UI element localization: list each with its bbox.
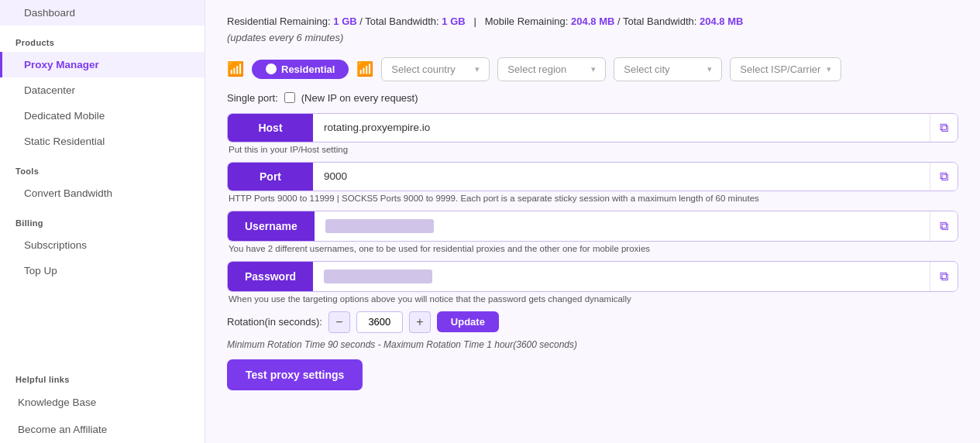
port-row: Port 9000 ⧉	[227, 162, 958, 191]
chevron-down-icon: ▾	[591, 64, 596, 74]
username-block: Username ⧉ You have 2 different username…	[227, 211, 958, 253]
password-label: Password	[228, 262, 313, 291]
signal-icon: 📶	[356, 60, 373, 77]
test-proxy-settings-button[interactable]: Test proxy settings	[227, 359, 363, 390]
single-port-label: Single port:	[227, 92, 278, 104]
main-content: Residential Remaining: 1 GB / Total Band…	[205, 0, 980, 443]
select-city-placeholder: Select city	[624, 64, 669, 75]
password-copy-button[interactable]: ⧉	[930, 262, 958, 291]
rotation-increment-button[interactable]: +	[409, 311, 431, 333]
sidebar-item-proxy-manager[interactable]: Proxy Manager	[0, 52, 205, 77]
residential-remaining-value: 1 GB	[333, 15, 356, 27]
tools-section-label: Tools	[0, 154, 205, 180]
toggle-label: Residential	[281, 64, 335, 75]
billing-section-label: Billing	[0, 206, 205, 232]
password-value	[313, 262, 930, 291]
port-hint: HTTP Ports 9000 to 11999 | SOCKS5 Ports …	[227, 194, 958, 203]
password-blurred	[324, 270, 432, 283]
select-country-placeholder: Select country	[391, 64, 455, 75]
total-bandwidth-value: 1 GB	[442, 15, 465, 27]
wifi-icon: 📶	[227, 60, 244, 77]
update-note: (updates every 6 minutes)	[227, 32, 343, 43]
mobile-remaining-value: 204.8 MB	[571, 15, 614, 27]
username-value	[315, 211, 930, 241]
host-hint: Put this in your IP/Host setting	[227, 145, 958, 154]
select-isp-dropdown[interactable]: Select ISP/Carrier ▾	[730, 57, 841, 81]
rotation-update-button[interactable]: Update	[437, 311, 499, 332]
sidebar-item-become-affiliate[interactable]: Become an Affiliate	[0, 416, 205, 443]
chevron-down-icon: ▾	[827, 64, 831, 74]
sidebar: Dashboard Products Proxy Manager Datacen…	[0, 0, 205, 443]
sidebar-item-static-residential[interactable]: Static Residential	[0, 129, 205, 154]
filter-row: 📶 Residential 📶 Select country ▾ Select …	[227, 57, 958, 81]
host-row: Host rotating.proxyempire.io ⧉	[227, 113, 958, 143]
mobile-remaining-label: Mobile Remaining:	[485, 15, 569, 27]
port-copy-button[interactable]: ⧉	[930, 163, 958, 191]
username-label: Username	[228, 211, 315, 241]
host-block: Host rotating.proxyempire.io ⧉ Put this …	[227, 113, 958, 154]
password-hint: When you use the targeting options above…	[227, 294, 958, 304]
port-value: 9000	[313, 163, 930, 191]
mobile-total-label: / Total Bandwidth:	[617, 15, 696, 27]
helpful-links-section-label: Helpful links	[0, 362, 205, 389]
rotation-label: Rotation(in seconds):	[227, 316, 322, 328]
password-block: Password ⧉ When you use the targeting op…	[227, 261, 958, 304]
chevron-down-icon: ▾	[707, 64, 712, 74]
sidebar-item-top-up[interactable]: Top Up	[0, 258, 205, 283]
products-section-label: Products	[0, 26, 205, 52]
mobile-total-value: 204.8 MB	[700, 15, 743, 27]
select-region-placeholder: Select region	[507, 64, 566, 75]
username-row: Username ⧉	[227, 211, 958, 242]
chevron-down-icon: ▾	[475, 64, 480, 74]
sidebar-item-dashboard[interactable]: Dashboard	[0, 0, 205, 26]
rotation-decrement-button[interactable]: −	[328, 311, 350, 333]
residential-toggle[interactable]: Residential	[252, 60, 349, 79]
password-row: Password ⧉	[227, 261, 958, 292]
username-blurred	[325, 219, 434, 233]
sidebar-item-datacenter[interactable]: Datacenter	[0, 77, 205, 103]
port-label: Port	[228, 163, 313, 191]
toggle-dot	[266, 64, 277, 74]
rotation-hint: Minimum Rotation Time 90 seconds - Maxim…	[227, 339, 958, 350]
sidebar-item-subscriptions[interactable]: Subscriptions	[0, 232, 205, 258]
username-copy-button[interactable]: ⧉	[930, 211, 958, 241]
select-city-dropdown[interactable]: Select city ▾	[614, 57, 722, 81]
host-copy-button[interactable]: ⧉	[930, 114, 958, 142]
select-country-dropdown[interactable]: Select country ▾	[381, 57, 490, 81]
rotation-input[interactable]	[356, 311, 403, 333]
select-isp-placeholder: Select ISP/Carrier	[740, 64, 820, 75]
single-port-checkbox[interactable]	[284, 92, 295, 103]
port-block: Port 9000 ⧉ HTTP Ports 9000 to 11999 | S…	[227, 162, 958, 203]
separator: |	[473, 15, 476, 27]
select-region-dropdown[interactable]: Select region ▾	[497, 57, 606, 81]
info-bar: Residential Remaining: 1 GB / Total Band…	[227, 14, 958, 46]
host-label: Host	[228, 114, 313, 142]
single-port-row: Single port: (New IP on every request)	[227, 92, 958, 104]
sidebar-item-knowledge-base[interactable]: Knowledge Base	[0, 389, 205, 416]
sidebar-item-dedicated-mobile[interactable]: Dedicated Mobile	[0, 103, 205, 129]
sidebar-item-convert-bandwidth[interactable]: Convert Bandwidth	[0, 180, 205, 206]
username-hint: You have 2 different usernames, one to b…	[227, 244, 958, 253]
single-port-hint: (New IP on every request)	[301, 92, 418, 104]
total-bandwidth-label: / Total Bandwidth:	[359, 15, 438, 27]
residential-remaining-label: Residential Remaining:	[227, 15, 331, 27]
host-value: rotating.proxyempire.io	[313, 114, 930, 142]
rotation-row: Rotation(in seconds): − + Update Minimum…	[227, 311, 958, 350]
